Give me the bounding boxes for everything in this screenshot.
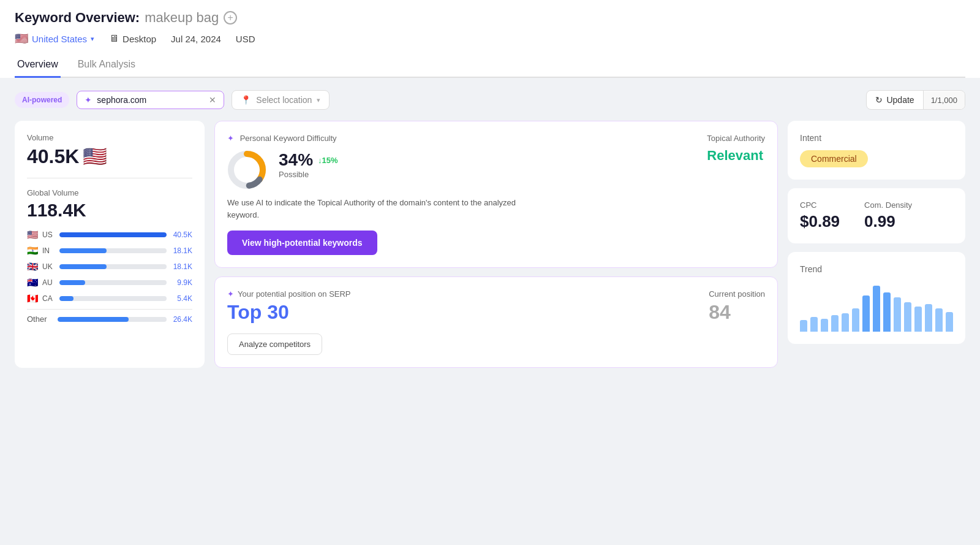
location-chevron-icon: ▾ bbox=[317, 96, 320, 104]
cpc-row: CPC $0.89 Com. Density 0.99 bbox=[800, 200, 953, 231]
trend-chart bbox=[800, 283, 953, 332]
donut-svg bbox=[227, 150, 266, 189]
global-volume-label: Global Volume bbox=[27, 188, 192, 197]
au-flag-icon: 🇦🇺 bbox=[27, 277, 39, 288]
in-flag-icon: 🇮🇳 bbox=[27, 245, 39, 256]
update-button[interactable]: ↻ Update bbox=[867, 91, 923, 109]
pkd-body: 34% ↓15% Possible bbox=[227, 150, 338, 189]
potential-section: ✦ Your potential position on SERP Top 30 bbox=[227, 289, 351, 324]
trend-bar bbox=[883, 292, 891, 332]
us-flag-small: 🇺🇸 bbox=[83, 145, 107, 168]
other-row: Other 26.4K bbox=[27, 309, 192, 324]
country-row-us: 🇺🇸 US 40.5K bbox=[27, 229, 192, 240]
ca-bar-fill bbox=[59, 296, 74, 301]
serp-card: ✦ Your potential position on SERP Top 30… bbox=[214, 276, 778, 368]
us-flag-icon: 🇺🇸 bbox=[15, 32, 28, 45]
device-info: 🖥 Desktop bbox=[109, 33, 156, 44]
cpc-value: $0.89 bbox=[800, 212, 840, 231]
trend-bar bbox=[821, 319, 828, 332]
tabs-row: Overview Bulk Analysis bbox=[15, 53, 965, 78]
au-bar-fill bbox=[59, 280, 85, 285]
refresh-icon: ↻ bbox=[875, 95, 883, 105]
us-bar-fill bbox=[59, 232, 167, 237]
filter-bar: AI-powered ✦ ✕ 📍 Select location ▾ ↻ Upd… bbox=[15, 90, 965, 110]
desktop-icon: 🖥 bbox=[109, 33, 119, 44]
ai-badge: AI-powered bbox=[15, 92, 69, 108]
tab-overview[interactable]: Overview bbox=[15, 53, 61, 78]
device-label: Desktop bbox=[123, 34, 156, 44]
view-keywords-button[interactable]: View high-potential keywords bbox=[227, 231, 377, 255]
date-info: Jul 24, 2024 bbox=[171, 34, 221, 44]
serp-row: ✦ Your potential position on SERP Top 30… bbox=[227, 289, 765, 324]
update-label: Update bbox=[886, 95, 914, 105]
volume-value: 40.5K 🇺🇸 bbox=[27, 145, 192, 168]
clear-icon[interactable]: ✕ bbox=[209, 95, 216, 105]
pkd-title-row: ✦ Personal Keyword Difficulty bbox=[227, 134, 338, 143]
trend-bar bbox=[862, 295, 870, 332]
uk-bar-fill bbox=[59, 264, 107, 269]
currency-info: USD bbox=[236, 34, 255, 44]
trend-bar bbox=[842, 313, 849, 332]
domain-input-wrapper[interactable]: ✦ ✕ bbox=[77, 91, 224, 109]
pkd-stats: 34% ↓15% Possible bbox=[279, 150, 338, 179]
currency-label: USD bbox=[236, 34, 255, 44]
right-column: Intent Commercial CPC $0.89 Com. Density… bbox=[788, 121, 965, 368]
add-keyword-icon[interactable]: + bbox=[224, 11, 237, 25]
page-title: Keyword Overview: bbox=[15, 10, 140, 26]
global-volume-value: 118.4K bbox=[27, 200, 192, 221]
country-row-ca: 🇨🇦 CA 5.4K bbox=[27, 293, 192, 304]
volume-label: Volume bbox=[27, 133, 192, 142]
ca-bar-track bbox=[59, 296, 167, 301]
cpc-card: CPC $0.89 Com. Density 0.99 bbox=[788, 188, 965, 243]
cpc-label: CPC bbox=[800, 200, 840, 210]
topical-value: Relevant bbox=[707, 148, 765, 164]
country-row-au: 🇦🇺 AU 9.9K bbox=[27, 277, 192, 288]
date-label: Jul 24, 2024 bbox=[171, 34, 221, 44]
cpc-group: CPC $0.89 bbox=[800, 200, 840, 231]
ca-flag-icon: 🇨🇦 bbox=[27, 293, 39, 304]
trend-bar bbox=[914, 307, 922, 332]
pkd-change: ↓15% bbox=[318, 156, 338, 165]
trend-bar bbox=[935, 308, 943, 332]
domain-input[interactable] bbox=[97, 95, 204, 105]
tab-bulk-analysis[interactable]: Bulk Analysis bbox=[75, 53, 138, 78]
divider bbox=[27, 178, 192, 178]
analyze-competitors-button[interactable]: Analyze competitors bbox=[227, 333, 322, 355]
pkd-possible: Possible bbox=[279, 170, 338, 179]
donut-chart bbox=[227, 150, 266, 189]
commercial-badge: Commercial bbox=[800, 150, 868, 167]
country-row-in: 🇮🇳 IN 18.1K bbox=[27, 245, 192, 256]
current-value: 84 bbox=[709, 301, 765, 324]
trend-bar bbox=[800, 320, 807, 332]
density-group: Com. Density 0.99 bbox=[864, 200, 912, 231]
header: Keyword Overview: makeup bag + 🇺🇸 United… bbox=[0, 0, 980, 78]
location-label: United States bbox=[32, 34, 87, 44]
intent-card: Intent Commercial bbox=[788, 121, 965, 180]
country-row-uk: 🇬🇧 UK 18.1K bbox=[27, 261, 192, 272]
trend-bar bbox=[946, 312, 953, 332]
location-select[interactable]: 📍 Select location ▾ bbox=[232, 90, 330, 110]
current-position-section: Current position 84 bbox=[709, 289, 765, 324]
pkd-label: Personal Keyword Difficulty bbox=[240, 134, 337, 143]
middle-column: ✦ Personal Keyword Difficulty bbox=[214, 121, 778, 368]
trend-label: Trend bbox=[800, 264, 953, 274]
density-value: 0.99 bbox=[864, 212, 912, 231]
pkd-card: ✦ Personal Keyword Difficulty bbox=[214, 121, 778, 268]
trend-bar bbox=[904, 302, 911, 332]
update-btn-group: ↻ Update 1/1,000 bbox=[866, 90, 965, 110]
intent-label: Intent bbox=[800, 133, 953, 143]
main-content: AI-powered ✦ ✕ 📍 Select location ▾ ↻ Upd… bbox=[15, 90, 965, 368]
main-grid: Volume 40.5K 🇺🇸 Global Volume 118.4K 🇺🇸 … bbox=[15, 121, 965, 368]
location-button[interactable]: 🇺🇸 United States ▾ bbox=[15, 32, 94, 45]
current-label: Current position bbox=[709, 289, 765, 299]
trend-bar bbox=[810, 317, 818, 332]
density-label: Com. Density bbox=[864, 200, 912, 210]
volume-card: Volume 40.5K 🇺🇸 Global Volume 118.4K 🇺🇸 … bbox=[15, 121, 205, 368]
ai-description: We use AI to indicate the Topical Author… bbox=[227, 197, 546, 221]
trend-bar bbox=[852, 308, 859, 332]
potential-label: ✦ Your potential position on SERP bbox=[227, 289, 351, 299]
location-pin-icon: 📍 bbox=[241, 95, 251, 105]
in-bar-fill bbox=[59, 248, 107, 253]
us-flag-icon: 🇺🇸 bbox=[27, 229, 39, 240]
au-bar-track bbox=[59, 280, 167, 285]
